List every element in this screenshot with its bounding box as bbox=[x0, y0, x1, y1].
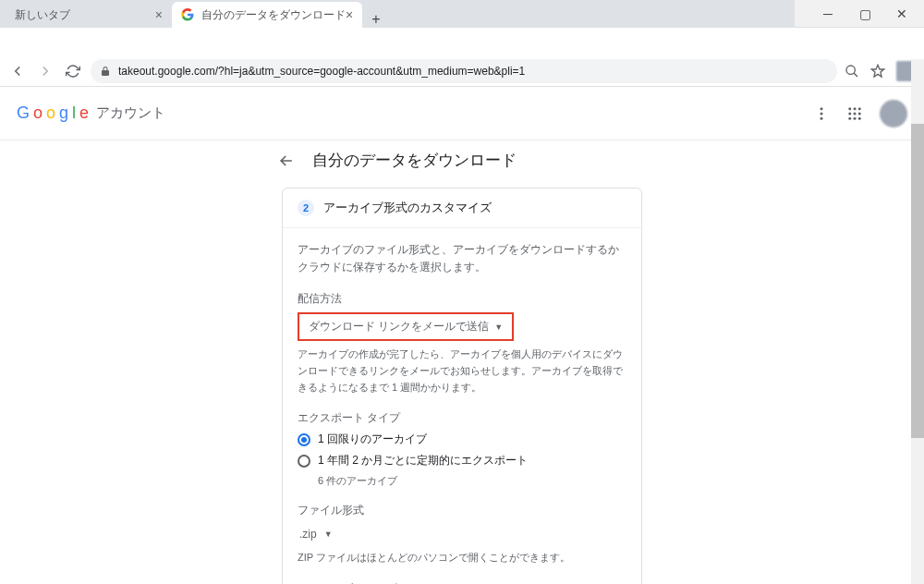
browser-tab[interactable]: 自分のデータをダウンロード × bbox=[172, 2, 362, 28]
account-label: アカウント bbox=[96, 104, 165, 122]
svg-point-7 bbox=[848, 112, 851, 115]
export-once-option[interactable]: 1 回限りのアーカイブ bbox=[298, 432, 626, 447]
scrollbar-thumb[interactable] bbox=[911, 124, 924, 438]
tab-title: 新しいタブ bbox=[15, 7, 70, 23]
close-icon[interactable]: × bbox=[155, 7, 163, 22]
file-format-label: ファイル形式 bbox=[298, 503, 626, 518]
lock-icon bbox=[100, 66, 111, 77]
card-intro: アーカイブのファイル形式と、アーカイブをダウンロードするかクラウドに保存するかを… bbox=[298, 241, 626, 276]
card-header: 2 アーカイブ形式のカスタマイズ bbox=[283, 189, 641, 228]
svg-point-4 bbox=[848, 107, 851, 110]
file-format-select[interactable]: .zip ▼ bbox=[298, 524, 334, 544]
star-icon[interactable] bbox=[870, 64, 885, 79]
browser-tab-bar: 新しいタブ × 自分のデータをダウンロード × + bbox=[0, 0, 795, 28]
chevron-down-icon: ▼ bbox=[324, 529, 333, 539]
svg-point-11 bbox=[854, 116, 857, 119]
export-periodic-note: 6 件のアーカイブ bbox=[318, 474, 626, 488]
radio-icon bbox=[298, 455, 310, 468]
google-favicon bbox=[181, 8, 194, 21]
svg-point-8 bbox=[854, 112, 857, 115]
chevron-down-icon: ▼ bbox=[494, 322, 503, 332]
page-title-row: 自分のデータをダウンロード bbox=[0, 140, 924, 188]
export-periodic-label: 1 年間 2 か月ごとに定期的にエクスポート bbox=[318, 453, 528, 468]
delivery-label: 配信方法 bbox=[298, 291, 626, 307]
forward-button[interactable] bbox=[35, 61, 55, 81]
new-tab-button[interactable]: + bbox=[362, 11, 389, 28]
card-title: アーカイブ形式のカスタマイズ bbox=[323, 200, 492, 216]
export-periodic-option[interactable]: 1 年間 2 か月ごとに定期的にエクスポート bbox=[298, 453, 626, 468]
svg-point-0 bbox=[846, 66, 855, 74]
svg-point-12 bbox=[858, 116, 861, 119]
page-title: 自分のデータをダウンロード bbox=[312, 150, 517, 171]
apps-icon[interactable] bbox=[846, 105, 863, 122]
svg-point-5 bbox=[854, 107, 857, 110]
back-arrow-icon[interactable] bbox=[277, 152, 296, 170]
svg-point-1 bbox=[821, 107, 823, 110]
svg-point-6 bbox=[858, 107, 861, 110]
delivery-desc: アーカイブの作成が完了したら、アーカイブを個人用のデバイスにダウンロードできるリ… bbox=[298, 347, 626, 395]
step-number: 2 bbox=[298, 200, 314, 216]
tab-title: 自分のデータをダウンロード bbox=[201, 7, 346, 23]
scrollbar[interactable] bbox=[911, 59, 924, 584]
search-icon[interactable] bbox=[845, 64, 859, 79]
close-button[interactable]: ✕ bbox=[883, 6, 920, 21]
export-once-label: 1 回限りのアーカイブ bbox=[318, 432, 427, 447]
google-account-header: G o o g l e アカウント bbox=[0, 87, 924, 140]
delivery-value: ダウンロード リンクをメールで送信 bbox=[309, 319, 489, 335]
browser-toolbar: takeout.google.com/?hl=ja&utm_source=goo… bbox=[0, 55, 924, 87]
svg-point-10 bbox=[848, 116, 851, 119]
avatar[interactable] bbox=[880, 100, 907, 128]
svg-point-2 bbox=[821, 112, 823, 115]
minimize-button[interactable]: ─ bbox=[809, 6, 846, 21]
browser-tab[interactable]: 新しいタブ × bbox=[6, 2, 172, 28]
more-icon[interactable] bbox=[813, 105, 830, 122]
url-text: takeout.google.com/?hl=ja&utm_source=goo… bbox=[118, 65, 525, 78]
close-icon[interactable]: × bbox=[346, 7, 353, 22]
file-format-desc: ZIP ファイルはほとんどのパソコンで開くことができます。 bbox=[298, 550, 626, 566]
back-button[interactable] bbox=[7, 61, 28, 81]
reload-button[interactable] bbox=[63, 61, 83, 81]
export-type-label: エクスポート タイプ bbox=[298, 410, 626, 426]
archive-settings-card: 2 アーカイブ形式のカスタマイズ アーカイブのファイル形式と、アーカイブをダウン… bbox=[282, 188, 642, 584]
delivery-method-select[interactable]: ダウンロード リンクをメールで送信 ▼ bbox=[298, 312, 514, 341]
svg-point-3 bbox=[821, 116, 823, 119]
maximize-button[interactable]: ▢ bbox=[846, 6, 883, 21]
radio-icon bbox=[298, 433, 310, 446]
google-logo[interactable]: G o o g l e アカウント bbox=[17, 103, 165, 123]
file-format-value: .zip bbox=[299, 528, 317, 541]
address-bar[interactable]: takeout.google.com/?hl=ja&utm_source=goo… bbox=[91, 59, 837, 83]
svg-point-9 bbox=[858, 112, 861, 115]
